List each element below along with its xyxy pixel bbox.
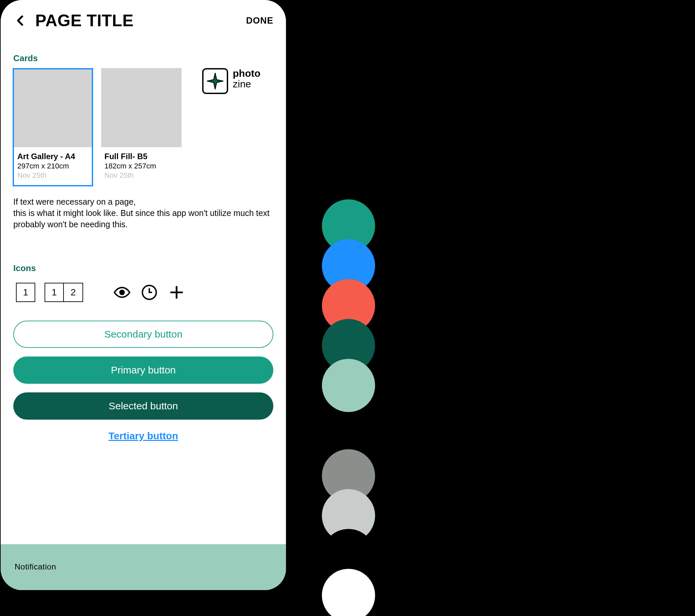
brand-text-bottom: zine [233,79,260,89]
notification-bar: Notification [1,544,286,590]
card-title: Art Gallery - A4 [17,152,92,161]
number-cell: 1 [16,283,35,302]
icons-row: 1 1 2 [16,283,286,302]
number-box-single[interactable]: 1 [16,283,35,302]
done-button[interactable]: DONE [246,16,273,26]
header: PAGE TITLE DONE [1,0,286,32]
primary-button[interactable]: Primary button [13,356,273,384]
back-icon[interactable] [13,13,28,28]
tertiary-button[interactable]: Tertiary button [108,430,178,442]
card-full-fill[interactable]: Full Fill- B5 182cm x 257cm Nov 25th [101,68,182,185]
svg-point-0 [120,291,124,295]
card-thumbnail [101,68,182,147]
card-art-gallery[interactable]: Art Gallery - A4 297cm x 210cm Nov 25th [13,68,93,187]
brand-logo: photo zine [202,68,260,94]
card-thumbnail [14,69,92,147]
number-cell: 1 [45,283,64,302]
number-box-pair[interactable]: 1 2 [45,283,83,302]
card-date: Nov 25th [17,171,92,180]
swatch-light-teal [322,359,375,412]
app-frame: PAGE TITLE DONE Cards Art Gallery - A4 2… [1,0,286,590]
card-dimensions: 297cm x 210cm [17,162,92,171]
swatch-white [322,569,375,616]
card-dimensions: 182cm x 257cm [104,162,182,171]
plus-icon[interactable] [168,283,186,301]
card-date: Nov 25th [104,171,182,180]
eye-icon[interactable] [113,283,131,301]
secondary-button[interactable]: Secondary button [13,321,273,348]
icons-label: Icons [13,263,286,274]
page-title: PAGE TITLE [35,11,134,30]
cards-label: Cards [13,53,286,64]
buttons-group: Secondary button Primary button Selected… [1,321,286,442]
brand-text-top: photo [233,68,260,79]
cards-row: Art Gallery - A4 297cm x 210cm Nov 25th … [1,68,286,187]
selected-button[interactable]: Selected button [13,392,273,420]
card-title: Full Fill- B5 [104,152,182,161]
body-text: If text were necessary on a page, this i… [13,196,273,230]
clock-icon[interactable] [140,283,158,301]
sparkle-icon [202,68,228,94]
number-cell: 2 [64,283,83,302]
